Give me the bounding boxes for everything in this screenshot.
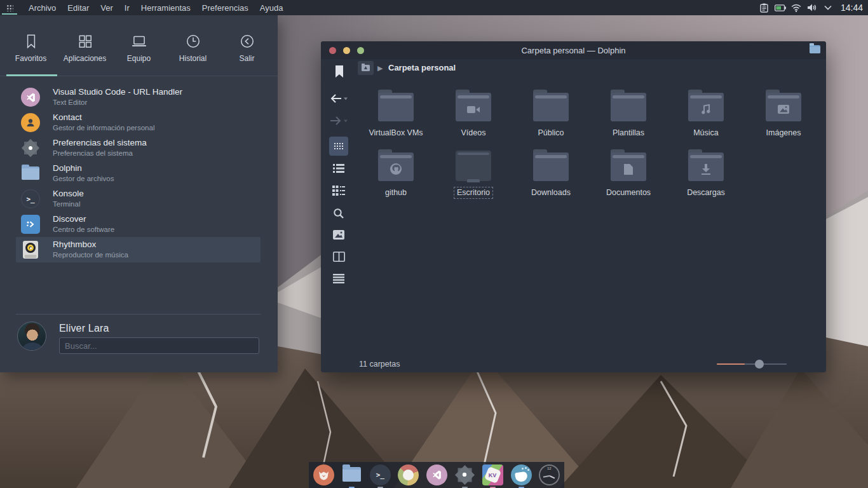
app-title: Konsole	[53, 189, 84, 200]
app-launcher-button[interactable]	[0, 0, 19, 15]
folder-label: Vídeos	[458, 127, 489, 139]
vscode-icon	[21, 88, 40, 107]
chevron-down-icon[interactable]	[822, 2, 834, 13]
app-subtitle: Preferencias del sistema	[53, 149, 147, 158]
dock-settings[interactable]	[454, 464, 475, 485]
app-row-kontact[interactable]: Kontact Gestor de información personal	[16, 110, 261, 135]
forward-button[interactable]	[321, 116, 356, 126]
dolphin-titlebar[interactable]: Carpeta personal — Dolphin	[321, 41, 826, 59]
dock-vscode[interactable]	[426, 464, 447, 485]
tab-aplicaciones[interactable]: Aplicaciones	[58, 28, 112, 63]
user-avatar[interactable]	[17, 322, 46, 351]
dock-firefox[interactable]	[313, 464, 334, 485]
zoom-slider-fill	[717, 363, 745, 365]
app-title: Visual Studio Code - URL Handler	[53, 87, 182, 98]
kontact-icon	[21, 113, 40, 132]
search-input[interactable]	[59, 337, 259, 354]
clock[interactable]: 14:44	[841, 3, 863, 13]
home-folder-icon	[362, 65, 370, 71]
icons-view-button[interactable]	[329, 137, 348, 156]
zoom-slider[interactable]	[717, 363, 787, 365]
app-title: Dolphin	[53, 163, 114, 174]
breadcrumb-separator-icon: ▶	[377, 64, 383, 72]
folder-label: Plantillas	[609, 127, 648, 139]
app-subtitle: Gestor de archivos	[53, 174, 114, 183]
breadcrumb-home-button[interactable]	[358, 61, 374, 75]
folder-item-github[interactable]: github	[357, 146, 435, 205]
split-view-button[interactable]	[321, 252, 356, 262]
application-launcher-panel: Favoritos Aplicaciones Equipo Historial …	[0, 15, 278, 372]
launcher-active-underline	[2, 13, 17, 15]
app-row-vscode[interactable]: Visual Studio Code - URL Handler Text Ed…	[16, 85, 261, 110]
dock-latte[interactable]	[511, 464, 532, 485]
tab-label: Salir	[239, 54, 254, 63]
divider	[16, 314, 261, 315]
clipboard-icon[interactable]	[759, 2, 770, 13]
folder-label: github	[382, 187, 410, 199]
tab-salir[interactable]: Salir	[220, 28, 274, 63]
terminal-icon: >_	[370, 464, 391, 485]
video-camera-icon	[456, 98, 491, 120]
tab-equipo[interactable]: Equipo	[112, 28, 166, 63]
volume-icon[interactable]	[806, 2, 818, 13]
menu-preferencias[interactable]: Preferencias	[196, 1, 254, 15]
dock-panel: >_ KV 12	[309, 462, 564, 488]
dock-kvantum[interactable]: KV	[482, 464, 503, 485]
back-button[interactable]	[321, 93, 356, 104]
dock-file-manager[interactable]	[341, 464, 362, 485]
wifi-icon[interactable]	[790, 2, 802, 13]
folder-label: VirtualBox VMs	[365, 127, 426, 139]
folder-item-descargas[interactable]: Descargas	[667, 146, 745, 205]
folder-item-videos[interactable]: Vídeos	[435, 86, 512, 146]
folder-label: Escritorio	[454, 187, 493, 199]
places-bookmark-icon[interactable]	[335, 65, 344, 78]
zoom-slider-handle[interactable]	[755, 360, 764, 369]
app-row-discover[interactable]: Discover Centro de software	[16, 212, 261, 237]
menu-button[interactable]	[321, 274, 356, 283]
folder-icon	[22, 166, 39, 180]
leave-icon	[239, 33, 255, 50]
menu-items: Archivo Editar Ver Ir Herramientas Prefe…	[23, 1, 288, 15]
search-button[interactable]	[321, 208, 356, 219]
file-manager-icon	[342, 467, 361, 482]
tab-favoritos[interactable]: Favoritos	[4, 28, 58, 63]
app-row-rhythmbox[interactable]: Rhythmbox Reproductor de música	[16, 237, 261, 262]
dock-terminal[interactable]: >_	[370, 464, 391, 485]
app-row-dolphin[interactable]: Dolphin Gestor de archivos	[16, 161, 261, 186]
preview-button[interactable]	[321, 230, 356, 240]
grid-squares-icon	[77, 33, 93, 50]
menu-ir[interactable]: Ir	[119, 1, 135, 15]
clock-icon	[185, 33, 201, 50]
app-title: Rhythmbox	[53, 240, 128, 250]
app-row-preferencias[interactable]: Preferencias del sistema Preferencias de…	[16, 135, 261, 161]
app-row-konsole[interactable]: >_ Konsole Terminal	[16, 186, 261, 212]
tab-label: Historial	[179, 54, 207, 63]
battery-icon[interactable]	[775, 2, 786, 13]
menu-ayuda[interactable]: Ayuda	[254, 1, 289, 15]
folder-item-publico[interactable]: Público	[512, 86, 590, 146]
menu-archivo[interactable]: Archivo	[23, 1, 62, 15]
folder-icon	[378, 90, 414, 123]
tab-historial[interactable]: Historial	[166, 28, 220, 63]
details-view-button[interactable]	[321, 186, 356, 196]
breadcrumb-current-folder[interactable]: Carpeta personal	[388, 63, 456, 72]
menu-herramientas[interactable]: Herramientas	[135, 1, 196, 15]
folder-item-musica[interactable]: Música	[667, 86, 745, 146]
folder-item-escritorio[interactable]: Escritorio	[435, 146, 512, 205]
folder-item-virtualbox[interactable]: VirtualBox VMs	[357, 86, 435, 146]
system-settings-icon	[454, 464, 476, 486]
folder-grid: VirtualBox VMs Vídeos Público Plantillas…	[357, 86, 824, 205]
app-subtitle: Terminal	[53, 200, 84, 208]
folder-label: Downloads	[528, 187, 574, 199]
folder-item-documentos[interactable]: Documentos	[590, 146, 667, 205]
dock-chrome[interactable]	[398, 464, 419, 485]
dolphin-window: Carpeta personal — Dolphin ▶ Carpeta per…	[321, 41, 826, 372]
menu-editar[interactable]: Editar	[62, 1, 95, 15]
folder-item-downloads[interactable]: Downloads	[512, 146, 590, 205]
compact-view-button[interactable]	[321, 163, 356, 173]
folder-item-imagenes[interactable]: Imágenes	[745, 86, 822, 146]
dock-clock-widget[interactable]: 12	[539, 464, 560, 485]
folder-item-plantillas[interactable]: Plantillas	[590, 86, 667, 146]
latte-dock-icon	[511, 464, 532, 485]
menu-ver[interactable]: Ver	[95, 1, 119, 15]
